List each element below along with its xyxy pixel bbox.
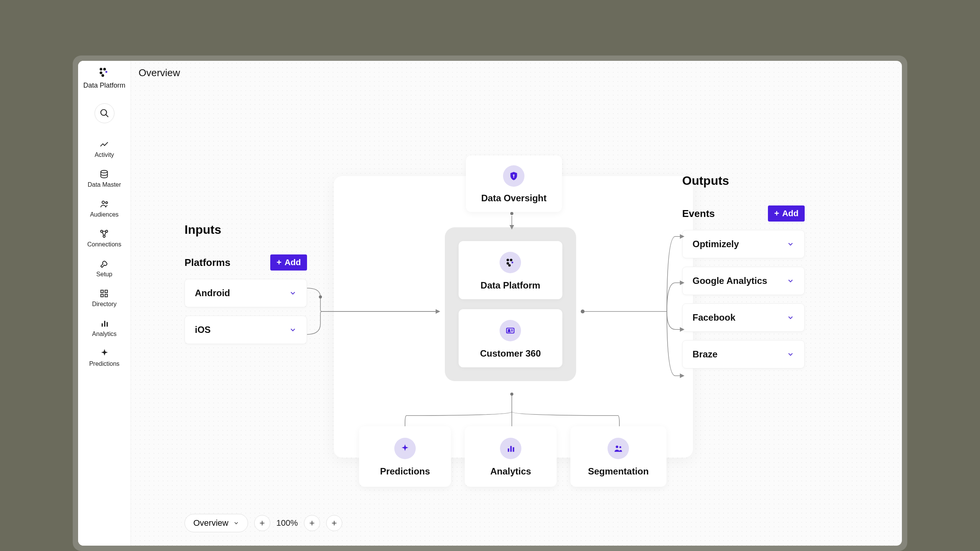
nav-label: Audiences — [90, 211, 119, 218]
page-title: Overview — [139, 67, 894, 79]
svg-rect-21 — [104, 321, 105, 327]
svg-rect-17 — [105, 290, 108, 293]
sidebar-item-activity[interactable]: Activity — [95, 135, 114, 162]
input-label: Android — [195, 288, 230, 298]
activity-icon — [99, 139, 109, 149]
inputs-title: Inputs — [185, 223, 307, 237]
svg-point-29 — [508, 264, 511, 267]
sidebar-item-connections[interactable]: Connections — [87, 225, 121, 252]
svg-point-27 — [507, 262, 510, 265]
zoom-out-button[interactable]: + — [254, 515, 270, 531]
output-card-braze[interactable]: Braze — [682, 340, 805, 368]
platforms-label: Platforms — [185, 257, 230, 269]
view-label: Overview — [193, 518, 229, 528]
bar-chart-icon — [506, 443, 516, 453]
nav-label: Analytics — [92, 331, 116, 337]
nav-label: Predictions — [89, 360, 119, 367]
svg-point-39 — [319, 295, 322, 298]
bar-chart-icon — [100, 318, 109, 328]
output-label: Google Analytics — [693, 276, 767, 286]
sidebar-item-predictions[interactable]: Predictions — [89, 344, 119, 371]
zoom-level: 100% — [276, 518, 298, 528]
svg-point-28 — [511, 262, 513, 264]
add-label: Add — [284, 258, 301, 267]
center-core: Data Platform Customer 360 — [445, 227, 576, 381]
segmentation-label: Segmentation — [588, 466, 649, 477]
svg-rect-20 — [101, 323, 103, 327]
svg-point-25 — [507, 259, 510, 261]
analytics-card[interactable]: Analytics — [465, 426, 557, 487]
predictions-label: Predictions — [380, 466, 430, 477]
users-icon — [100, 199, 109, 209]
sparkle-icon — [100, 348, 109, 358]
analytics-icon-circle — [500, 438, 521, 459]
inputs-section: Inputs Platforms + Add Android — [185, 223, 307, 344]
svg-rect-34 — [508, 448, 509, 452]
predictions-card[interactable]: Predictions — [359, 426, 451, 487]
output-card-optimizely[interactable]: Optimizely — [682, 230, 805, 258]
input-label: iOS — [195, 324, 211, 335]
view-toolbar: Overview + 100% + + — [185, 514, 342, 532]
chevron-down-icon — [787, 277, 794, 285]
data-platform-label: Data Platform — [480, 280, 540, 291]
events-label: Events — [682, 208, 715, 220]
svg-rect-30 — [507, 328, 514, 333]
svg-point-1 — [103, 68, 106, 70]
sidebar-item-data-master[interactable]: Data Master — [88, 165, 121, 192]
zoom-fit-button[interactable]: + — [326, 515, 342, 531]
nav-label: Data Master — [88, 181, 121, 188]
output-label: Braze — [693, 349, 717, 360]
main-canvas: Overview 〰〰〰 mparticle Inputs Platforms … — [131, 61, 902, 546]
nav-label: Setup — [96, 271, 113, 278]
nav-label: Directory — [92, 301, 116, 308]
svg-point-37 — [616, 445, 619, 448]
segmentation-icon-circle — [608, 438, 629, 459]
output-card-facebook[interactable]: Facebook — [682, 303, 805, 332]
outputs-title: Outputs — [682, 174, 805, 188]
logo-label: Data Platform — [83, 82, 125, 90]
app-window: Data Platform Activity Data Master Audie… — [78, 61, 902, 546]
output-label: Optimizely — [693, 239, 739, 249]
svg-point-4 — [101, 74, 104, 77]
svg-rect-22 — [106, 322, 108, 327]
chevron-down-icon — [233, 520, 239, 526]
search-button[interactable] — [95, 103, 114, 123]
svg-rect-24 — [513, 176, 514, 178]
svg-point-2 — [100, 72, 103, 74]
output-card-google-analytics[interactable]: Google Analytics — [682, 267, 805, 295]
nav-label: Activity — [95, 152, 114, 158]
svg-rect-19 — [105, 294, 108, 297]
add-output-button[interactable]: + Add — [768, 205, 805, 222]
svg-point-0 — [100, 68, 103, 70]
chevron-down-icon — [787, 314, 794, 321]
svg-rect-16 — [101, 290, 104, 293]
sidebar-item-analytics[interactable]: Analytics — [92, 315, 116, 341]
predictions-icon-circle — [394, 438, 416, 459]
data-oversight-card[interactable]: Data Oversight — [466, 155, 562, 212]
view-selector[interactable]: Overview — [185, 514, 248, 532]
database-icon — [99, 169, 109, 179]
customer-360-card[interactable]: Customer 360 — [459, 309, 562, 367]
data-platform-card[interactable]: Data Platform — [459, 241, 562, 299]
input-card-ios[interactable]: iOS — [185, 316, 307, 344]
segmentation-card[interactable]: Segmentation — [570, 426, 666, 487]
sidebar-item-setup[interactable]: Setup — [96, 255, 113, 282]
svg-point-7 — [101, 170, 108, 173]
id-card-icon — [505, 326, 515, 336]
data-platform-icon-circle — [500, 252, 521, 273]
svg-line-14 — [105, 232, 106, 235]
zoom-in-button[interactable]: + — [304, 515, 320, 531]
oversight-label: Data Oversight — [481, 193, 547, 204]
add-platform-button[interactable]: + Add — [270, 254, 307, 271]
data-platform-icon — [505, 258, 515, 267]
connections-icon — [99, 229, 109, 239]
sidebar-item-directory[interactable]: Directory — [92, 285, 116, 311]
mparticle-logo-icon — [99, 67, 109, 78]
customer-360-icon-circle — [500, 320, 521, 341]
svg-rect-35 — [510, 446, 512, 452]
search-icon — [100, 108, 109, 118]
sidebar-item-audiences[interactable]: Audiences — [90, 195, 119, 222]
input-card-android[interactable]: Android — [185, 279, 307, 307]
svg-point-38 — [619, 446, 621, 448]
svg-point-26 — [510, 259, 513, 261]
